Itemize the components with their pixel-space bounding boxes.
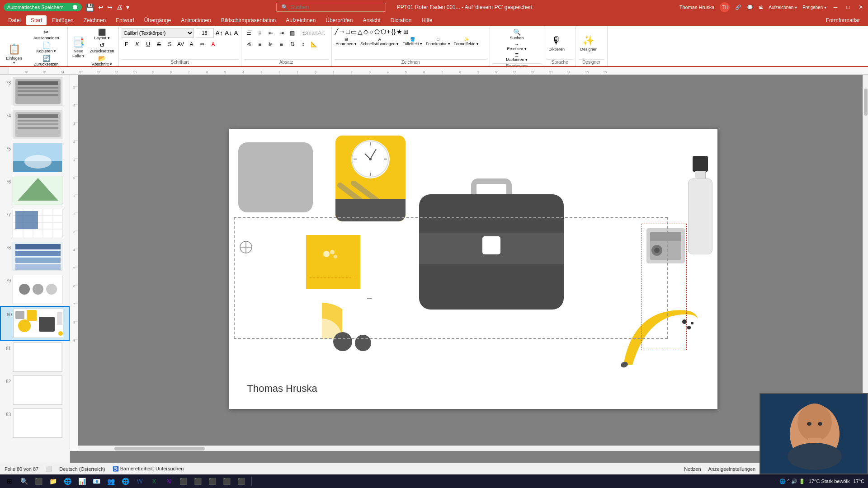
menu-uebergaenge[interactable]: Übergänge <box>140 15 175 25</box>
shape-star[interactable]: ★ <box>396 28 402 35</box>
chrome-btn[interactable]: 🌐 <box>119 475 131 487</box>
save-icon[interactable]: 💾 <box>85 3 94 12</box>
spacing-btn[interactable]: AV <box>176 39 186 49</box>
slide-thumb-79[interactable]: 79 <box>0 273 70 306</box>
shape-hex[interactable]: ⬡ <box>381 28 386 35</box>
ribbon-btn-designer[interactable]: ✨ Designer <box>579 34 599 52</box>
app4-btn[interactable]: ⬛ <box>221 475 232 487</box>
menu-formformatlar[interactable]: Formformatlar <box>821 15 864 25</box>
text-direction-btn[interactable]: ⇅ <box>288 39 297 49</box>
excel-btn[interactable]: X <box>148 475 160 487</box>
font-family-select[interactable]: Calibri (Textkörper) <box>122 28 194 38</box>
explorer-btn[interactable]: 📁 <box>47 475 59 487</box>
menu-aufzeichnen[interactable]: Aufzeichnen <box>281 15 320 25</box>
language-info[interactable]: Deutsch (Österreich) <box>59 466 105 472</box>
ribbon-btn-diktieren[interactable]: 🎙 Diktieren <box>547 34 567 52</box>
shape-more[interactable]: + <box>387 28 391 35</box>
autosave-toggle[interactable]: Automatisches Speichern <box>4 3 82 11</box>
share-btn[interactable]: Freigeben ▾ <box>802 5 826 10</box>
teams-btn[interactable]: 👥 <box>105 475 117 487</box>
gray-rounded-rect[interactable] <box>238 142 313 212</box>
ribbon-btn-fuelleffekt[interactable]: 🪣Fülleffekt ▾ <box>401 37 424 47</box>
slide-thumb-73[interactable]: 73 <box>0 75 70 108</box>
maximize-btn[interactable]: □ <box>844 4 852 11</box>
font-size-input[interactable] <box>196 28 214 38</box>
menu-einfuegen[interactable]: Einfügen <box>47 15 78 25</box>
yellow-ball[interactable]: → <box>306 235 360 289</box>
print-icon[interactable]: 🖨 <box>116 4 123 11</box>
comments-icon[interactable]: 💬 <box>747 5 753 10</box>
ribbon-btn-zuruecksetzen[interactable]: 🔄Zurücksetzen <box>28 54 65 67</box>
close-btn[interactable]: ✕ <box>857 4 864 11</box>
banana[interactable] <box>619 306 700 369</box>
menu-start[interactable]: Start <box>26 15 47 25</box>
slide-thumb-75[interactable]: 75 <box>0 141 70 174</box>
ribbon-btn-neue-folie[interactable]: 📑 Neue Folie ▾ <box>71 36 87 59</box>
vertical-scrollbar[interactable] <box>863 75 868 446</box>
record-btn[interactable]: Aufzeichnen ▾ <box>769 5 797 10</box>
search-btn[interactable]: 🔍 <box>18 475 30 487</box>
slide-thumb-78[interactable]: 78 <box>0 240 70 273</box>
numbered-list-btn[interactable]: ≡ <box>255 28 265 38</box>
menu-animationen[interactable]: Animationen <box>176 15 216 25</box>
strikethrough-btn[interactable]: S <box>154 39 164 49</box>
font-color-btn[interactable]: A <box>187 39 197 49</box>
ribbon-btn-einfuegen[interactable]: 📋 Einfügen ▾ <box>3 42 25 65</box>
justify-btn[interactable]: ≡ <box>277 39 287 49</box>
bullet-list-btn[interactable]: ☰ <box>244 28 254 38</box>
water-bottle[interactable] <box>687 156 714 255</box>
app2-btn[interactable]: ⬛ <box>192 475 203 487</box>
shape-pentagon[interactable]: ⬠ <box>374 28 380 35</box>
menu-dictation[interactable]: Dictation <box>386 15 416 25</box>
increase-font-icon[interactable]: A↑ <box>216 29 223 37</box>
shape-arrow[interactable]: → <box>339 28 345 35</box>
slide-thumb-74[interactable]: 74 <box>0 108 70 141</box>
ribbon-btn-formkontur[interactable]: □Formkontur ▾ <box>425 37 452 47</box>
suitcase[interactable] <box>419 178 564 310</box>
menu-hilfe[interactable]: Hilfe <box>417 15 437 25</box>
edge-btn[interactable]: 🌐 <box>61 475 73 487</box>
accessibility-info[interactable]: ♿ Barrierefreiheit: Untersuchen <box>113 466 184 472</box>
taskview-btn[interactable]: ⬛ <box>33 475 44 487</box>
align-right-btn[interactable]: ⫸ <box>266 39 276 49</box>
undo-icon[interactable]: ↩ <box>98 4 104 11</box>
share-icon[interactable]: 🔗 <box>735 5 741 10</box>
dark-circle-1[interactable] <box>333 332 352 351</box>
vertical-align-btn[interactable]: ↕ <box>298 39 308 49</box>
smartart-btn[interactable]: SmartArt <box>309 28 319 38</box>
app5-btn[interactable]: ⬛ <box>235 475 247 487</box>
search-input[interactable] <box>291 4 381 10</box>
decrease-font-icon[interactable]: A↓ <box>225 29 232 37</box>
word-btn[interactable]: W <box>134 475 146 487</box>
italic-btn[interactable]: K <box>132 39 142 49</box>
more-icon[interactable]: ▾ <box>126 4 129 11</box>
notes-btn[interactable]: Notizen <box>684 466 701 472</box>
app1-btn[interactable]: ⬛ <box>177 475 189 487</box>
slide-thumb-82[interactable]: 82 <box>0 374 70 407</box>
ribbon-btn-layout[interactable]: ⬛Layout ▾ <box>89 28 116 41</box>
slide-thumb-76[interactable]: 76 <box>0 174 70 207</box>
decrease-indent-btn[interactable]: ⇤ <box>266 28 276 38</box>
outlook-btn[interactable]: 📧 <box>90 475 102 487</box>
ribbon-btn-kopieren[interactable]: 📄Kopieren ▾ <box>28 41 65 54</box>
align-center-btn[interactable]: ≡ <box>255 39 265 49</box>
col-btn[interactable]: ▥ <box>288 28 297 38</box>
menu-entwurf[interactable]: Entwurf <box>111 15 139 25</box>
dark-circle-2[interactable] <box>355 335 371 351</box>
shape-triangle[interactable]: △ <box>358 28 363 35</box>
redo-icon[interactable]: ↪ <box>107 4 113 11</box>
menu-datei[interactable]: Datei <box>4 15 25 25</box>
start-btn[interactable]: ⊞ <box>4 475 15 487</box>
ribbon-btn-suchen[interactable]: 🔍Suchen <box>509 28 525 41</box>
shape-rect[interactable]: □ <box>346 28 350 35</box>
slide-thumb-80[interactable]: 80 <box>0 306 70 341</box>
shape-line[interactable]: ╱ <box>335 28 338 35</box>
menu-bildschirm[interactable]: Bildschirmpräsentation <box>217 15 280 25</box>
slide-canvas[interactable]: → <box>229 129 717 409</box>
ribbon-btn-ausschneiden[interactable]: ✂Ausschneiden <box>28 28 65 41</box>
underline-btn[interactable]: U <box>143 39 153 49</box>
onenote-btn[interactable]: N <box>163 475 175 487</box>
powerpoint-btn[interactable]: 📊 <box>76 475 88 487</box>
shape-expand[interactable]: ⊞ <box>403 28 409 35</box>
ribbon-btn-abschnitt[interactable]: 📂Abschnitt ▾ <box>89 54 116 67</box>
